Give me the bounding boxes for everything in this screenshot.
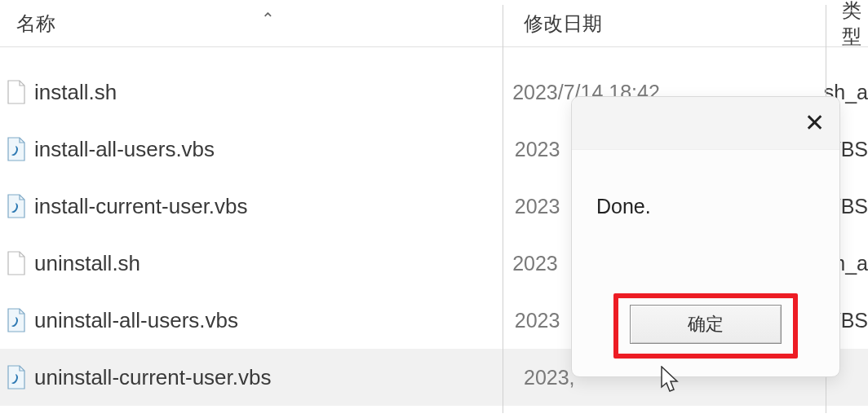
file-name: install-current-user.vbs: [34, 194, 248, 219]
file-name: install.sh: [34, 80, 117, 105]
header-type-label: 类型: [842, 0, 861, 47]
close-icon: ✕: [804, 109, 825, 136]
sort-indicator: ⌃: [261, 9, 275, 29]
vbs-icon: [7, 365, 26, 389]
file-name: uninstall.sh: [34, 251, 140, 276]
file-name: uninstall-all-users.vbs: [34, 308, 238, 333]
dialog-footer: 确定: [572, 293, 839, 376]
header-date-label: 修改日期: [524, 12, 602, 34]
dialog-message: Done.: [572, 150, 839, 235]
vbs-icon: [7, 137, 26, 161]
file-name: install-all-users.vbs: [34, 137, 215, 162]
header-type[interactable]: 类型: [826, 0, 868, 50]
vbs-icon: [7, 194, 26, 218]
message-dialog: ✕ Done. 确定: [571, 96, 840, 377]
column-headers: ⌃ 名称 修改日期 类型: [0, 0, 868, 47]
file-icon: [7, 251, 26, 275]
header-divider[interactable]: [503, 5, 503, 413]
dialog-titlebar[interactable]: ✕: [572, 97, 839, 150]
header-name-label: 名称: [16, 12, 55, 34]
close-button[interactable]: ✕: [804, 111, 825, 135]
header-date[interactable]: 修改日期: [507, 11, 826, 37]
file-name: uninstall-current-user.vbs: [34, 365, 271, 390]
file-icon: [7, 80, 26, 104]
vbs-icon: [7, 308, 26, 332]
annotation-highlight: 确定: [613, 293, 798, 359]
header-name[interactable]: ⌃ 名称: [0, 11, 507, 37]
ok-button[interactable]: 确定: [630, 305, 782, 344]
